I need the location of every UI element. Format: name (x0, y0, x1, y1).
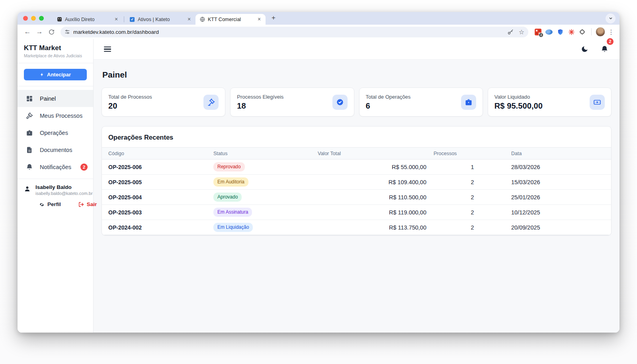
user-icon (24, 185, 31, 192)
tab-title: Ativos | Kateto (138, 17, 183, 22)
kateto-favicon-icon (129, 17, 135, 22)
status-badge: Em Assinatura (213, 208, 252, 216)
sidebar-item-notificacoes[interactable]: Notificações 2 (18, 158, 93, 175)
operation-code: OP-2025-005 (108, 179, 213, 185)
stat-value: 20 (108, 101, 152, 111)
page-title: Painel (102, 70, 612, 80)
table-row[interactable]: OP-2025-003 Em Assinatura R$ 119.000,00 … (102, 205, 611, 220)
banknote-icon (590, 95, 605, 110)
address-bar[interactable]: marketdev.kateto.com.br/dashboard ☆ (61, 27, 528, 37)
antecipar-button[interactable]: Antecipar (24, 69, 87, 80)
sidebar-item-label: Notificações (40, 164, 71, 170)
stat-value: R$ 95.500,00 (494, 101, 543, 111)
bookmark-star-icon[interactable]: ☆ (519, 28, 524, 36)
close-tab-icon[interactable]: × (186, 16, 192, 23)
status-badge: Aprovado (213, 193, 242, 201)
forward-button[interactable]: → (34, 27, 45, 37)
bell-icon (26, 164, 33, 171)
sidebar-item-label: Painel (40, 95, 56, 102)
close-window-button[interactable] (23, 16, 28, 21)
operation-code: OP-2025-003 (108, 209, 213, 216)
reload-button[interactable] (46, 27, 57, 37)
column-header-status: Status (213, 151, 318, 156)
sidebar-item-documentos[interactable]: Documentos (18, 141, 93, 158)
starburst-extension-icon[interactable] (567, 27, 576, 37)
moon-icon (581, 45, 588, 53)
globe-favicon-icon (199, 17, 205, 22)
tab-strip: Auxílio Direto × Ativos | Kateto × KTT C… (18, 12, 619, 25)
dark-mode-toggle[interactable] (580, 45, 589, 54)
table-row[interactable]: OP-2024-002 Em Liquidação R$ 113.750,00 … (102, 220, 611, 235)
operation-date: 10/12/2025 (511, 209, 605, 216)
tab-title: Auxílio Direto (65, 17, 110, 22)
table-row[interactable]: OP-2025-005 Em Auditoria R$ 109.400,00 2… (102, 175, 611, 190)
brand-title: KTT Market (24, 44, 87, 52)
tab-ktt-comercial[interactable]: KTT Comercial × (195, 14, 266, 25)
operation-processes: 2 (434, 194, 511, 200)
page-content: Painel Total de Processos 20 Proces (94, 60, 619, 333)
operation-processes: 2 (434, 224, 511, 231)
sidebar-item-painel[interactable]: Painel (18, 90, 93, 107)
extensions-puzzle-icon[interactable] (578, 27, 587, 37)
status-badge: Em Liquidação (213, 223, 253, 232)
tab-search-button[interactable] (606, 14, 616, 23)
toolbar-separator (591, 28, 592, 35)
chrome-menu-icon[interactable]: ⋮ (607, 28, 616, 36)
operation-processes: 2 (434, 209, 511, 216)
column-header-codigo: Código (108, 151, 213, 156)
lightning-bolt-icon (40, 72, 44, 77)
operation-value: R$ 110.500,00 (318, 194, 434, 200)
status-badge: Em Auditoria (213, 177, 248, 186)
profile-button[interactable]: Perfil (39, 201, 61, 207)
stat-label: Processos Elegíveis (237, 94, 283, 100)
close-tab-icon[interactable]: × (256, 16, 262, 23)
sidebar-item-meus-processos[interactable]: Meus Processos (18, 107, 93, 124)
operation-date: 20/09/2025 (511, 224, 605, 231)
stat-card-total-operacoes: Total de Operações 6 (359, 88, 483, 117)
menu-toggle-icon[interactable] (104, 47, 111, 52)
extension-red-icon[interactable]: 4 (533, 27, 543, 37)
zoom-window-button[interactable] (39, 16, 44, 21)
extension-blue-oval-icon[interactable] (544, 27, 554, 37)
operation-date: 25/01/2026 (511, 194, 605, 200)
column-header-data: Data (511, 151, 605, 156)
table-row[interactable]: OP-2025-006 Reprovado R$ 55.000,00 1 28/… (102, 160, 611, 175)
new-tab-button[interactable]: + (269, 13, 278, 23)
sidebar-item-operacoes[interactable]: Operações (18, 124, 93, 141)
column-header-valor-total: Valor Total (318, 151, 434, 156)
minimize-window-button[interactable] (31, 16, 36, 21)
stat-card-processos-elegiveis: Processos Elegíveis 18 (230, 88, 354, 117)
site-settings-icon[interactable] (64, 29, 70, 35)
app-root: KTT Market Marketplace de Ativos Judicia… (18, 39, 619, 333)
verified-badge-icon (332, 95, 348, 110)
main-area: 2 Painel Total de Processos 20 (94, 39, 619, 333)
tab-separator (124, 16, 124, 22)
tab-auxilio-direto[interactable]: Auxílio Direto × (53, 14, 123, 25)
profile-avatar[interactable] (596, 27, 605, 37)
password-key-icon[interactable] (507, 29, 514, 35)
operation-date: 28/03/2026 (511, 164, 605, 170)
briefcase-icon (461, 95, 476, 110)
stats-row: Total de Processos 20 Processos Elegívei… (102, 88, 612, 117)
operation-value: R$ 113.750,00 (318, 224, 434, 231)
sidebar-item-label: Operações (40, 130, 68, 136)
stat-label: Valor Liquidado (494, 94, 543, 100)
url-text[interactable]: marketdev.kateto.com.br/dashboard (73, 29, 504, 35)
stat-label: Total de Processos (108, 94, 152, 100)
notifications-button[interactable]: 2 (600, 45, 609, 54)
gavel-icon (203, 95, 219, 110)
back-button[interactable]: ← (22, 27, 33, 37)
table-row[interactable]: OP-2025-004 Aprovado R$ 110.500,00 2 25/… (102, 190, 611, 205)
tab-ativos-kateto[interactable]: Ativos | Kateto × (125, 14, 195, 25)
shield-extension-icon[interactable] (555, 27, 565, 37)
close-tab-icon[interactable]: × (113, 16, 119, 23)
recent-operations-card: Operações Recentes Código Status Valor T… (102, 126, 612, 236)
operation-code: OP-2024-002 (108, 224, 213, 231)
document-icon (26, 146, 33, 154)
operation-value: R$ 55.000,00 (318, 164, 434, 170)
briefcase-icon (26, 129, 33, 136)
extension-badge: 4 (539, 33, 543, 37)
tab-title: KTT Comercial (208, 17, 253, 22)
operation-value: R$ 109.400,00 (318, 179, 434, 185)
operation-date: 15/03/2026 (511, 179, 605, 185)
